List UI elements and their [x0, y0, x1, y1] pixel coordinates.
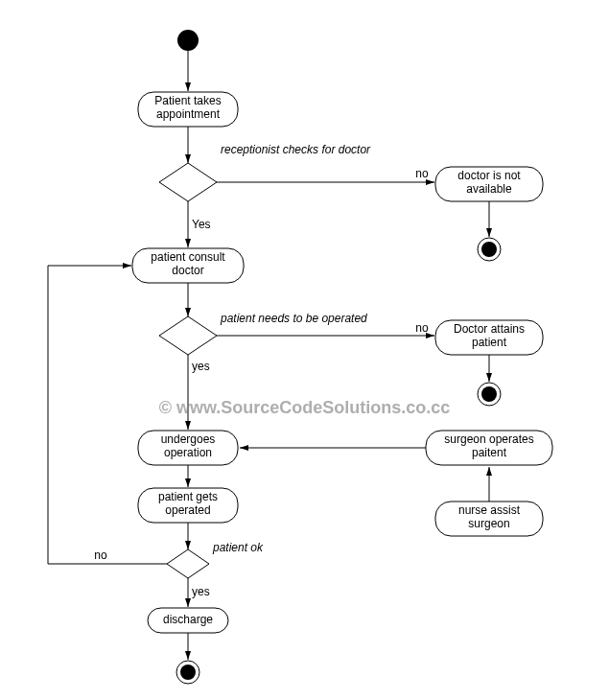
activity-patient-gets-operated	[138, 488, 238, 523]
decision-needs-operated	[159, 316, 217, 355]
decision-receptionist-checks	[159, 163, 217, 201]
initial-node	[177, 30, 199, 51]
activity-diagram	[0, 0, 609, 700]
activity-nurse-assist	[435, 502, 543, 536]
decision-patient-ok	[167, 549, 209, 578]
final-node	[481, 242, 497, 257]
activity-undergoes-operation	[138, 431, 238, 465]
activity-surgeon-operates	[426, 431, 552, 465]
activity-discharge	[148, 608, 228, 633]
final-node	[180, 665, 196, 680]
final-node	[481, 386, 497, 402]
activity-doctor-not-available	[435, 167, 543, 201]
activity-doctor-attains-patient	[435, 320, 543, 355]
activity-patient-takes-appointment	[138, 92, 238, 127]
activity-patient-consult-doctor	[132, 248, 244, 283]
